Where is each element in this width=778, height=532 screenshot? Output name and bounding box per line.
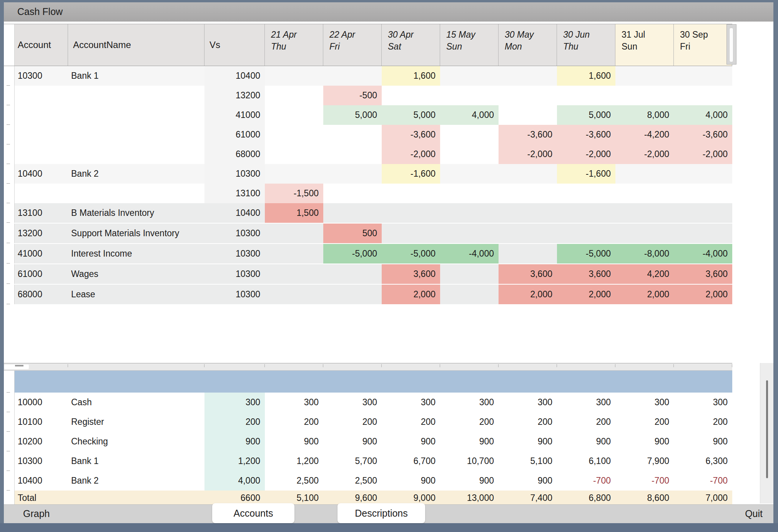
cell[interactable]: 200 — [499, 412, 557, 432]
cell[interactable]: 900 — [440, 432, 499, 451]
cell-vs[interactable]: 10300 — [204, 224, 265, 243]
cell-account-name[interactable] — [68, 184, 204, 203]
cell[interactable]: -2,000 — [674, 144, 732, 164]
cell[interactable] — [265, 66, 323, 86]
cell[interactable]: 900 — [499, 432, 557, 451]
cell-account[interactable]: 10000 — [15, 393, 68, 412]
cell-account[interactable] — [15, 184, 68, 203]
row-selector[interactable] — [4, 371, 15, 393]
cell[interactable] — [323, 66, 382, 86]
cell[interactable]: -3,600 — [499, 125, 557, 144]
scrollbar-thumb[interactable] — [766, 380, 768, 478]
cell[interactable]: 4,200 — [615, 264, 674, 284]
cell[interactable]: 6,700 — [382, 451, 440, 471]
cell[interactable]: 2,000 — [382, 285, 440, 304]
horizontal-scrollbar[interactable] — [4, 365, 29, 369]
cell[interactable] — [674, 224, 732, 243]
cell[interactable] — [440, 144, 499, 164]
cell[interactable]: 300 — [204, 393, 265, 412]
row-selector[interactable] — [4, 105, 15, 125]
cell[interactable] — [440, 164, 499, 184]
cell-account-name[interactable]: Bank 2 — [68, 164, 204, 184]
cell-account-name[interactable]: Checking — [68, 432, 204, 451]
cell-account-name[interactable]: B Materials Inventory — [68, 203, 204, 223]
cell[interactable] — [323, 264, 382, 284]
column-header-date-30sep[interactable]: 30 SepFri — [674, 24, 732, 66]
descriptions-button[interactable]: Descriptions — [337, 503, 425, 523]
row-selector[interactable] — [4, 164, 15, 184]
cell[interactable] — [499, 164, 557, 184]
cell[interactable]: -2,000 — [615, 144, 674, 164]
cell-account[interactable]: 13100 — [15, 203, 68, 223]
selected-row-highlight[interactable] — [15, 371, 732, 393]
cell[interactable]: 300 — [440, 393, 499, 412]
cell-account[interactable]: 10400 — [15, 471, 68, 491]
cell[interactable] — [674, 66, 732, 86]
column-header-date-31jul[interactable]: 31 JulSun — [615, 24, 674, 66]
cell[interactable]: 3,600 — [674, 264, 732, 284]
cell-account[interactable]: 13200 — [15, 224, 68, 243]
cell[interactable]: 200 — [204, 412, 265, 432]
cell[interactable]: -8,000 — [615, 244, 674, 264]
cell[interactable] — [382, 224, 440, 243]
cell[interactable]: 900 — [615, 432, 674, 451]
cell[interactable]: -1,600 — [382, 164, 440, 184]
cell[interactable] — [440, 264, 499, 284]
cell[interactable] — [615, 203, 674, 223]
cell-account[interactable]: 61000 — [15, 264, 68, 284]
cell-account-name[interactable]: Register — [68, 412, 204, 432]
cell-vs[interactable]: 41000 — [204, 105, 265, 125]
cell[interactable]: 1,200 — [204, 451, 265, 471]
cell[interactable] — [499, 66, 557, 86]
cell[interactable]: 200 — [557, 412, 615, 432]
row-selector[interactable] — [4, 86, 15, 105]
row-selector[interactable] — [4, 412, 15, 432]
cell[interactable]: 300 — [615, 393, 674, 412]
cell[interactable]: 4,000 — [440, 105, 499, 125]
cell[interactable] — [674, 164, 732, 184]
cell[interactable] — [382, 86, 440, 105]
cell[interactable]: 900 — [382, 471, 440, 491]
cell[interactable]: 6,300 — [674, 451, 732, 471]
cell[interactable]: 300 — [265, 393, 323, 412]
cell-account[interactable]: 10300 — [15, 66, 68, 86]
cell[interactable]: 900 — [674, 432, 732, 451]
cell[interactable] — [674, 203, 732, 223]
cell[interactable] — [440, 184, 499, 203]
cell[interactable] — [382, 203, 440, 223]
cell[interactable] — [265, 86, 323, 105]
cell[interactable]: -700 — [615, 471, 674, 491]
cell[interactable]: 900 — [204, 432, 265, 451]
cell-account[interactable]: 10300 — [15, 451, 68, 471]
cell[interactable]: -2,000 — [382, 144, 440, 164]
cell[interactable]: -700 — [557, 471, 615, 491]
cell[interactable] — [499, 105, 557, 125]
cell[interactable]: 500 — [323, 224, 382, 243]
cell[interactable]: 300 — [674, 393, 732, 412]
cell[interactable]: 200 — [382, 412, 440, 432]
cell-account-name[interactable]: Support Materials Inventory — [68, 224, 204, 243]
row-selector[interactable] — [4, 285, 15, 304]
vertical-scrollbar[interactable] — [760, 363, 773, 504]
top-grid-scrollbar[interactable] — [726, 24, 736, 65]
cell[interactable] — [674, 184, 732, 203]
cell[interactable]: -1,600 — [557, 164, 615, 184]
column-header-date-15may[interactable]: 15 MaySun — [440, 24, 499, 66]
cell[interactable] — [499, 203, 557, 223]
cell[interactable] — [499, 184, 557, 203]
cell[interactable] — [615, 66, 674, 86]
cell[interactable]: 2,000 — [557, 285, 615, 304]
cell[interactable]: 900 — [323, 432, 382, 451]
cell-account-name[interactable]: Interest Income — [68, 244, 204, 264]
cell[interactable]: -3,600 — [674, 125, 732, 144]
cell[interactable] — [382, 184, 440, 203]
cell[interactable] — [265, 125, 323, 144]
cell[interactable]: -2,000 — [557, 144, 615, 164]
cell[interactable] — [265, 224, 323, 243]
cell[interactable]: 900 — [440, 471, 499, 491]
selected-empty-row[interactable] — [4, 371, 732, 393]
column-header-account-name[interactable]: AccountName — [68, 24, 204, 66]
row-selector[interactable] — [4, 203, 15, 223]
cell[interactable]: 5,100 — [499, 451, 557, 471]
cell[interactable]: 900 — [499, 471, 557, 491]
